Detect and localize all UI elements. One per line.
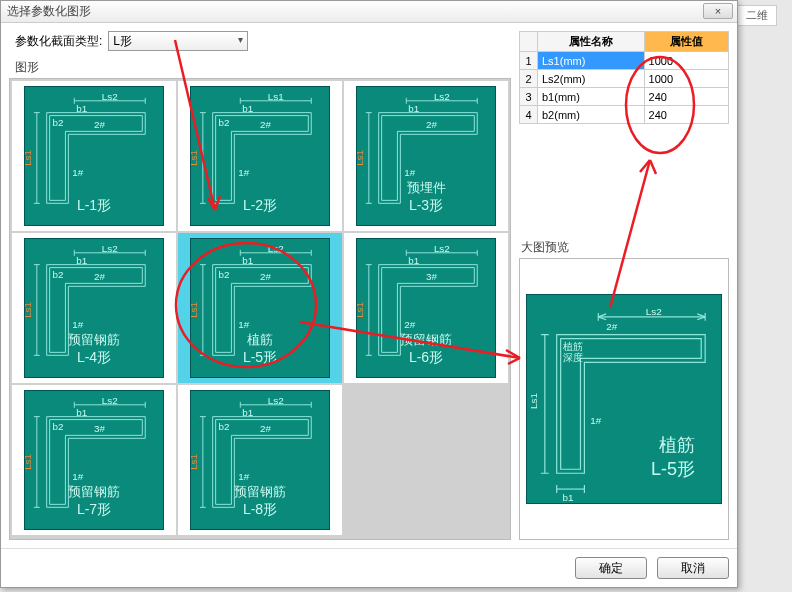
preview-label: 大图预览: [521, 239, 729, 256]
prop-value[interactable]: 240: [644, 106, 728, 124]
svg-text:b2: b2: [219, 421, 230, 432]
shape-tile[interactable]: Ls2 b1 b2 2# 1# Ls1 预留钢筋L-8形: [178, 385, 342, 535]
shapes-label: 图形: [15, 59, 511, 76]
svg-text:植筋: 植筋: [563, 341, 583, 352]
svg-text:2#: 2#: [426, 119, 437, 130]
section-type-combo[interactable]: L形: [108, 31, 248, 51]
svg-text:b1: b1: [242, 407, 253, 418]
preview-tile: Ls2 2# 1# b1 植筋 深度 Ls1 植筋 L-5形: [526, 294, 722, 504]
svg-text:b1: b1: [408, 103, 419, 114]
svg-text:Ls1: Ls1: [268, 91, 284, 102]
dialog-title: 选择参数化图形: [7, 3, 91, 20]
svg-text:2#: 2#: [404, 319, 415, 330]
shape-tile[interactable]: Ls2 b1 b2 2# 1# Ls1 植筋L-5形: [178, 233, 342, 383]
shape-tile[interactable]: Ls2 b1 b2 2# 1# Ls1 预留钢筋L-4形: [12, 233, 176, 383]
svg-text:b2: b2: [219, 117, 230, 128]
svg-text:1#: 1#: [590, 415, 601, 426]
svg-text:Ls2: Ls2: [102, 395, 118, 406]
prop-value[interactable]: 1000: [644, 52, 728, 70]
svg-text:1#: 1#: [72, 319, 83, 330]
svg-text:b1: b1: [563, 492, 574, 503]
titlebar: 选择参数化图形 ×: [1, 1, 737, 23]
svg-text:1#: 1#: [238, 167, 249, 178]
prop-name: Ls2(mm): [538, 70, 645, 88]
ok-button[interactable]: 确定: [575, 557, 647, 579]
row-number: 1: [520, 52, 538, 70]
prop-value[interactable]: 240: [644, 88, 728, 106]
prop-value[interactable]: 1000: [644, 70, 728, 88]
svg-text:1#: 1#: [238, 319, 249, 330]
shape-tile[interactable]: Ls2 b1 2# 1# Ls1 预埋件L-3形: [344, 81, 508, 231]
ribbon-tab-2d[interactable]: 二维: [737, 5, 777, 26]
svg-text:b2: b2: [219, 269, 230, 280]
cancel-button[interactable]: 取消: [657, 557, 729, 579]
prop-name: b1(mm): [538, 88, 645, 106]
svg-text:Ls1: Ls1: [357, 302, 365, 318]
param-shape-dialog: 选择参数化图形 × 参数化截面类型: L形 图形 Ls2 b1: [0, 0, 738, 588]
svg-text:1#: 1#: [404, 167, 415, 178]
svg-text:Ls2: Ls2: [646, 306, 662, 317]
preview-pane: Ls2 2# 1# b1 植筋 深度 Ls1 植筋 L-5形: [519, 258, 729, 540]
svg-text:b2: b2: [53, 421, 64, 432]
prop-name: b2(mm): [538, 106, 645, 124]
svg-text:Ls1: Ls1: [528, 393, 539, 409]
svg-text:3#: 3#: [94, 423, 105, 434]
svg-text:Ls2: Ls2: [102, 243, 118, 254]
col-rownum: [520, 32, 538, 52]
table-row[interactable]: 3 b1(mm) 240: [520, 88, 729, 106]
shape-tile[interactable]: Ls2 b1 b2 2# 1# Ls1 L-1形: [12, 81, 176, 231]
svg-text:Ls2: Ls2: [434, 243, 450, 254]
svg-text:Ls1: Ls1: [25, 454, 33, 470]
svg-text:2#: 2#: [94, 271, 105, 282]
svg-text:Ls2: Ls2: [102, 91, 118, 102]
svg-text:b1: b1: [242, 255, 253, 266]
svg-text:Ls1: Ls1: [25, 302, 33, 318]
svg-text:Ls2: Ls2: [434, 91, 450, 102]
svg-text:Ls1: Ls1: [191, 302, 199, 318]
col-value: 属性值: [644, 32, 728, 52]
svg-text:3#: 3#: [426, 271, 437, 282]
type-label: 参数化截面类型:: [15, 33, 102, 50]
svg-text:1#: 1#: [72, 471, 83, 482]
svg-text:Ls2: Ls2: [268, 243, 284, 254]
close-icon[interactable]: ×: [703, 3, 733, 19]
svg-text:b1: b1: [242, 103, 253, 114]
svg-text:b1: b1: [408, 255, 419, 266]
svg-text:2#: 2#: [260, 119, 271, 130]
col-name: 属性名称: [538, 32, 645, 52]
svg-text:1#: 1#: [238, 471, 249, 482]
row-number: 4: [520, 106, 538, 124]
prop-name: Ls1(mm): [538, 52, 645, 70]
svg-text:Ls1: Ls1: [25, 150, 33, 166]
preview-en: L-5形: [651, 457, 695, 481]
row-number: 2: [520, 70, 538, 88]
svg-text:2#: 2#: [94, 119, 105, 130]
property-table: 属性名称 属性值 1 Ls1(mm) 1000 2 Ls2(mm) 1000 3…: [519, 31, 729, 124]
shapes-grid: Ls2 b1 b2 2# 1# Ls1 L-1形 Ls1 b1 b2 2# 1#…: [9, 78, 511, 540]
svg-text:Ls1: Ls1: [191, 150, 199, 166]
svg-text:b1: b1: [76, 255, 87, 266]
shape-tile[interactable]: Ls2 b1 b2 3# 1# Ls1 预留钢筋L-7形: [12, 385, 176, 535]
svg-text:Ls1: Ls1: [191, 454, 199, 470]
row-number: 3: [520, 88, 538, 106]
preview-cn: 植筋: [659, 433, 695, 457]
table-row[interactable]: 4 b2(mm) 240: [520, 106, 729, 124]
svg-text:b2: b2: [53, 269, 64, 280]
svg-text:2#: 2#: [260, 271, 271, 282]
svg-text:2#: 2#: [260, 423, 271, 434]
shape-tile[interactable]: Ls2 b1 3# 2# Ls1 预留钢筋L-6形: [344, 233, 508, 383]
svg-text:2#: 2#: [606, 321, 617, 332]
svg-text:Ls2: Ls2: [268, 395, 284, 406]
svg-text:1#: 1#: [72, 167, 83, 178]
svg-text:b1: b1: [76, 407, 87, 418]
table-row[interactable]: 2 Ls2(mm) 1000: [520, 70, 729, 88]
svg-text:b1: b1: [76, 103, 87, 114]
svg-text:深度: 深度: [563, 352, 583, 363]
shape-tile[interactable]: Ls1 b1 b2 2# 1# Ls1 L-2形: [178, 81, 342, 231]
svg-text:b2: b2: [53, 117, 64, 128]
svg-text:Ls1: Ls1: [357, 150, 365, 166]
table-row[interactable]: 1 Ls1(mm) 1000: [520, 52, 729, 70]
